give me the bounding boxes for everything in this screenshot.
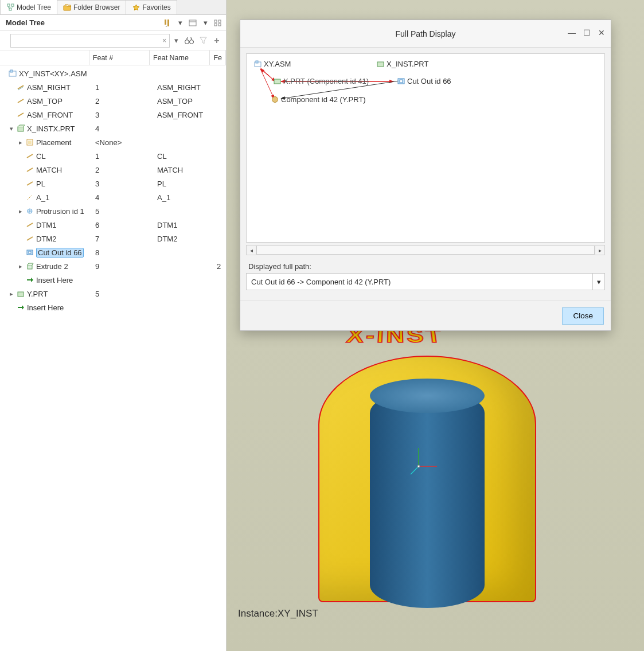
datum-plane-icon <box>25 151 34 161</box>
tab-label: Favorites <box>142 3 170 11</box>
tree-row-insert[interactable]: Insert Here <box>0 301 226 314</box>
close-button[interactable]: Close <box>562 307 604 325</box>
svg-rect-4 <box>167 20 169 26</box>
part-icon <box>16 289 25 298</box>
minimize-icon[interactable]: — <box>567 28 576 37</box>
maximize-icon[interactable]: ☐ <box>582 28 591 37</box>
tab-favorites[interactable]: Favorites <box>126 0 177 14</box>
graph-node-y[interactable]: Component id 42 (Y.PRT) <box>271 95 366 104</box>
svg-rect-3 <box>165 20 166 25</box>
tree-row[interactable]: ASM_TOP 2 ASM_TOP <box>0 94 226 108</box>
graph-hscrollbar[interactable]: ◂ ▸ <box>246 244 605 256</box>
model-blue-cylinder <box>370 390 485 608</box>
model-tree-panel: Model Tree Folder Browser Favorites Mode… <box>0 0 227 651</box>
tree-row[interactable]: ▸ Extrude 2 9 2 <box>0 259 226 273</box>
datum-plane-icon <box>25 179 34 188</box>
panel-title: Model Tree <box>6 18 163 27</box>
tree-row[interactable]: DTM2 7 DTM2 <box>0 232 226 245</box>
settings-icon[interactable] <box>163 18 172 28</box>
scroll-track[interactable] <box>256 245 595 255</box>
col-feat-num[interactable]: Feat # <box>89 50 150 65</box>
scroll-left-icon[interactable]: ◂ <box>246 245 256 255</box>
col-blank[interactable] <box>0 50 89 65</box>
tree-row-yprt[interactable]: ▸ Y.PRT 5 <box>0 287 226 301</box>
svg-rect-7 <box>218 20 221 22</box>
col-feat-name[interactable]: Feat Name <box>150 50 210 65</box>
tree-row[interactable]: ASM_RIGHT 1 ASM_RIGHT <box>0 80 226 94</box>
expander-icon[interactable]: ▸ <box>8 290 15 298</box>
options-icon[interactable] <box>213 18 223 28</box>
graph-node-asm[interactable]: XY.ASM <box>253 60 291 68</box>
part-icon <box>273 77 281 85</box>
instance-label: Instance:XY_INST <box>238 608 318 619</box>
datum-plane-icon <box>25 234 34 243</box>
tree-row[interactable]: A_1 4 A_1 <box>0 190 226 204</box>
dropdown-icon[interactable]: ▾ <box>592 273 605 290</box>
svg-point-10 <box>185 40 189 44</box>
svg-point-38 <box>272 97 278 103</box>
expander-icon[interactable]: ▸ <box>17 139 24 146</box>
svg-point-11 <box>190 40 194 44</box>
node-label: XY_INST<XY>.ASM <box>19 69 87 78</box>
tree-row-cutout[interactable]: Cut Out id 66 8 <box>0 245 226 259</box>
add-icon[interactable]: + <box>212 36 221 45</box>
search-dropdown-icon[interactable]: ▾ <box>174 36 180 45</box>
scroll-right-icon[interactable]: ▸ <box>595 245 605 255</box>
tree-row[interactable]: ASM_FRONT 3 ASM_FRONT <box>0 108 226 122</box>
expander-icon[interactable]: ▸ <box>17 208 24 215</box>
insert-here-icon <box>25 275 34 284</box>
svg-rect-37 <box>400 80 403 83</box>
expander-icon[interactable]: ▸ <box>17 263 24 270</box>
svg-point-25 <box>417 465 420 467</box>
expander-icon[interactable]: ▾ <box>8 125 15 132</box>
svg-rect-19 <box>29 251 31 254</box>
tree-row-xinst[interactable]: ▾ X_INSTX.PRT 4 <box>0 122 226 135</box>
tree-row[interactable]: MATCH 2 MATCH <box>0 163 226 177</box>
cutout-icon <box>397 77 405 85</box>
col-extra[interactable]: Fe <box>210 50 226 65</box>
close-icon[interactable]: ✕ <box>597 28 606 37</box>
search-input[interactable] <box>10 34 170 48</box>
tab-label: Folder Browser <box>73 3 120 11</box>
displayed-path-combobox[interactable]: Cut Out id 66 -> Component id 42 (Y.PRT)… <box>246 273 605 290</box>
graph-node-cutout[interactable]: Cut Out id 66 <box>397 77 451 85</box>
clear-icon[interactable]: × <box>162 37 166 45</box>
tab-model-tree[interactable]: Model Tree <box>0 0 57 14</box>
dialog-titlebar[interactable]: Full Path Display — ☐ ✕ <box>240 20 611 48</box>
svg-rect-20 <box>28 265 32 269</box>
path-graph[interactable]: XY.ASM X_INST.PRT X.PRT (Component id 41… <box>246 53 605 243</box>
tree-row[interactable]: DTM1 6 DTM1 <box>0 218 226 232</box>
datum-plane-icon <box>16 110 25 119</box>
graph-node-xprt-struck[interactable]: X.PRT (Component id 41) <box>273 77 369 85</box>
svg-rect-6 <box>214 20 217 22</box>
graph-node-xinst[interactable]: X_INST.PRT <box>376 60 428 68</box>
tree-row[interactable]: ▸ Placement <None> <box>0 135 226 149</box>
svg-rect-0 <box>7 4 10 6</box>
svg-rect-14 <box>18 127 24 131</box>
datum-plane-icon <box>25 220 34 229</box>
tree-row[interactable]: ▸ Protrusion id 1 5 <box>0 204 226 218</box>
svg-rect-33 <box>256 61 258 63</box>
tree-row[interactable]: PL 3 PL <box>0 177 226 190</box>
svg-line-24 <box>411 466 419 474</box>
full-path-display-dialog: Full Path Display — ☐ ✕ XY.ASM X_INST.PR… <box>240 20 611 331</box>
filter-icon[interactable] <box>198 36 208 45</box>
datum-plane-icon <box>25 165 34 174</box>
svg-rect-13 <box>10 70 13 72</box>
datum-plane-icon <box>16 83 25 92</box>
binoculars-icon[interactable] <box>185 36 194 45</box>
dropdown-icon[interactable]: ▾ <box>178 18 182 28</box>
show-icon[interactable] <box>188 18 197 28</box>
tree-icon <box>6 3 14 11</box>
tree-row-root[interactable]: XY_INST<XY>.ASM <box>0 67 226 80</box>
tree-row[interactable]: CL 1 CL <box>0 149 226 163</box>
dropdown-icon[interactable]: ▾ <box>203 18 208 28</box>
panel-tabbar: Model Tree Folder Browser Favorites <box>0 0 226 15</box>
extrude-icon <box>25 262 34 271</box>
tree-row-insert[interactable]: Insert Here <box>0 273 226 287</box>
svg-rect-34 <box>377 62 384 67</box>
part-icon <box>376 60 384 68</box>
panel-header: Model Tree ▾ ▾ <box>0 15 226 31</box>
tab-folder-browser[interactable]: Folder Browser <box>57 0 126 14</box>
displayed-path-label: Displayed full path: <box>248 262 604 271</box>
